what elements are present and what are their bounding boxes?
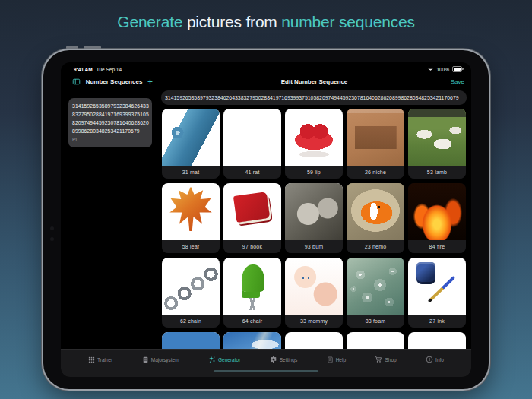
- cell-label: 93 bum: [285, 240, 343, 253]
- grid-cell[interactable]: 64 chair: [223, 258, 281, 328]
- home-indicator[interactable]: [214, 370, 318, 372]
- picture-grid: 31 mat 41 rat 59 lip 26 niche 53 lamb 58…: [162, 109, 467, 349]
- grid-cell[interactable]: [162, 332, 220, 349]
- sequence-name: Pi: [72, 135, 149, 144]
- grid-cell[interactable]: 41 rat: [223, 109, 281, 179]
- grid-cell[interactable]: 31 mat: [162, 109, 220, 179]
- cell-label: 58 leaf: [162, 240, 220, 253]
- grid-cell[interactable]: [285, 332, 343, 349]
- cell-label: 26 niche: [347, 166, 404, 179]
- cell-image: [408, 332, 466, 349]
- grid-cell[interactable]: 26 niche: [347, 109, 404, 179]
- status-date: Tue Sep 14: [97, 67, 122, 72]
- tab-help[interactable]: Help: [327, 356, 346, 363]
- add-sequence-button[interactable]: +: [147, 78, 153, 86]
- ipad-device-frame: 9:41 AM Tue Sep 14 100% Number S: [43, 50, 489, 389]
- banner-plain: pictures from: [182, 13, 281, 30]
- detail-nav: Edit Number Sequence Save: [157, 78, 471, 85]
- shop-cart-icon: [375, 356, 382, 363]
- sequence-list-item[interactable]: 3141592653589793238462643383279502884197…: [68, 98, 152, 147]
- tab-shop[interactable]: Shop: [375, 356, 396, 363]
- grid-cell[interactable]: 62 chain: [162, 258, 220, 328]
- help-book-icon: [327, 356, 334, 363]
- page-title: Generate pictures from number sequences: [0, 13, 532, 31]
- cell-label: 62 chain: [162, 315, 220, 328]
- detail-title: Edit Number Sequence: [157, 78, 471, 85]
- cell-label: 33 mommy: [285, 315, 343, 328]
- trainer-grid-icon: [88, 356, 95, 363]
- cell-image: [347, 109, 404, 166]
- tab-generator[interactable]: Generator: [208, 356, 240, 363]
- cell-image: [408, 183, 466, 240]
- tab-label: Generator: [218, 357, 240, 363]
- cell-image: [285, 109, 343, 166]
- cell-image: [285, 332, 343, 349]
- status-bar: 9:41 AM Tue Sep 14 100%: [61, 62, 471, 74]
- grid-cell[interactable]: [347, 332, 404, 349]
- cell-image: [223, 109, 281, 166]
- sequence-input[interactable]: 3141592653589793238462643383279502884197…: [161, 90, 467, 105]
- cell-label: 41 rat: [223, 166, 281, 179]
- front-camera: [50, 226, 54, 230]
- cell-image: [223, 332, 281, 349]
- tab-trainer[interactable]: Trainer: [88, 356, 112, 363]
- sequence-digits: 3141592653589793238462643383279502884197…: [72, 102, 149, 135]
- banner-accent-2: number sequences: [281, 13, 414, 30]
- cell-image: [347, 332, 404, 349]
- sidebar-nav: Number Sequences +: [61, 78, 157, 86]
- edit-sequence-panel: 3141592653589793238462643383279502884197…: [157, 89, 471, 349]
- grid-cell[interactable]: 23 nemo: [347, 183, 404, 253]
- cell-image: [347, 258, 404, 315]
- majorsystem-book-icon: [142, 356, 149, 363]
- cell-label: 31 mat: [162, 166, 220, 179]
- tab-settings[interactable]: Settings: [270, 356, 298, 363]
- grid-cell[interactable]: 93 bum: [285, 183, 343, 253]
- grid-cell[interactable]: 97 book: [223, 183, 281, 253]
- cell-label: 27 ink: [408, 315, 466, 328]
- cell-image: [162, 183, 220, 240]
- cell-image: [285, 258, 343, 315]
- battery-icon: [452, 66, 462, 72]
- cell-label: 53 lamb: [408, 166, 466, 179]
- tab-bar: Trainer Majorsystem Ge: [61, 349, 471, 377]
- cell-image: [408, 109, 466, 166]
- info-icon: [426, 356, 433, 363]
- tab-label: Trainer: [97, 357, 112, 363]
- grid-cell[interactable]: 58 leaf: [162, 183, 220, 253]
- grid-cell[interactable]: 53 lamb: [408, 109, 466, 179]
- tab-label: Majorsystem: [151, 357, 179, 363]
- main-area: 3141592653589793238462643383279502884197…: [61, 89, 471, 349]
- cell-label: 84 fire: [408, 240, 466, 253]
- camera-sensor: [50, 237, 54, 241]
- banner-accent-1: Generate: [117, 13, 182, 30]
- tab-label: Info: [435, 357, 444, 363]
- tab-majorsystem[interactable]: Majorsystem: [142, 356, 179, 363]
- tab-label: Help: [336, 357, 346, 363]
- cell-image: [223, 258, 281, 315]
- grid-cell[interactable]: 27 ink: [408, 258, 466, 328]
- generator-sparkle-icon: [208, 356, 216, 363]
- sidebar-title: Number Sequences: [81, 78, 147, 85]
- battery-percent: 100%: [436, 67, 449, 72]
- grid-cell[interactable]: 83 foam: [347, 258, 404, 328]
- grid-cell[interactable]: 33 mommy: [285, 258, 343, 328]
- top-button: [66, 46, 78, 49]
- screen: 9:41 AM Tue Sep 14 100% Number S: [61, 62, 471, 377]
- wifi-icon: [427, 66, 434, 72]
- tab-label: Settings: [280, 357, 298, 363]
- grid-cell[interactable]: [408, 332, 466, 349]
- cell-image: [162, 332, 220, 349]
- cell-image: [285, 183, 343, 240]
- cell-image: [162, 258, 220, 315]
- cell-label: 83 foam: [347, 315, 404, 328]
- cell-image: [223, 183, 281, 240]
- grid-cell[interactable]: 84 fire: [408, 183, 466, 253]
- cell-label: 59 lip: [285, 166, 343, 179]
- grid-cell[interactable]: 59 lip: [285, 109, 343, 179]
- cell-label: 97 book: [223, 240, 281, 253]
- save-button[interactable]: Save: [451, 78, 464, 85]
- sidebar-toggle-icon[interactable]: [72, 78, 81, 86]
- tab-info[interactable]: Info: [426, 356, 444, 363]
- grid-cell[interactable]: [223, 332, 281, 349]
- tab-label: Shop: [385, 357, 396, 363]
